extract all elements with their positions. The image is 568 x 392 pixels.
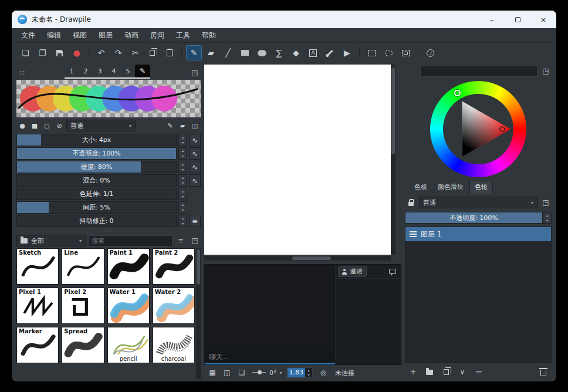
tool-freehand[interactable]: ✎	[186, 45, 202, 60]
tool-ellipse[interactable]	[254, 45, 270, 60]
pointer-sync[interactable]: ◫	[221, 367, 233, 379]
delete-layer-button[interactable]	[537, 366, 549, 378]
menu-item-view[interactable]: 视图	[67, 28, 93, 42]
tip-square[interactable]: ■	[29, 120, 40, 131]
minimize-button[interactable]: –	[479, 11, 505, 28]
menu-item-tools[interactable]: 工具	[170, 28, 196, 42]
add-group-button[interactable]	[424, 366, 435, 378]
brush-slider-opacity-spinner[interactable]: ▴▾	[178, 147, 187, 160]
new-file-button[interactable]: ❏	[18, 45, 33, 60]
preset-category-dropdown[interactable]: 全部 ▾	[16, 235, 86, 246]
color-dock-button[interactable]: ◳	[540, 65, 552, 77]
layer-row[interactable]: 图层 1	[405, 227, 551, 241]
color-tab-palette[interactable]: 色板	[410, 181, 432, 194]
tool-transform[interactable]	[398, 45, 414, 60]
canvas-hscrollbar[interactable]	[204, 256, 391, 261]
layer-blend-dropdown[interactable]: 普通 ▾	[419, 197, 537, 208]
palette-tab-4[interactable]: 4	[107, 66, 121, 77]
palette-config-button[interactable]: ∷	[16, 67, 28, 79]
brush-slider-size-track[interactable]: 大小: 4px	[16, 134, 177, 146]
menu-item-help[interactable]: 帮助	[196, 28, 222, 42]
layer-opacity-spinner[interactable]: ▴▾	[543, 212, 552, 224]
marker-mode[interactable]: ▰	[177, 120, 188, 131]
palette-tab-1[interactable]: 1	[65, 66, 79, 77]
brush-preset-pixel-2[interactable]: Pixel 2	[62, 288, 104, 324]
invite-button[interactable]: 邀请	[338, 266, 367, 277]
brush-preset-water-1[interactable]: Water 1	[107, 288, 150, 324]
chat-input[interactable]	[205, 350, 335, 364]
brush-blend-dropdown[interactable]: 普通 ▾	[66, 120, 136, 131]
preset-scrollbar[interactable]	[196, 248, 201, 379]
paste-button[interactable]	[161, 45, 177, 60]
copy-button[interactable]	[144, 45, 160, 60]
brush-preset-line[interactable]: Line	[62, 248, 104, 285]
record-session-button[interactable]: ●	[69, 45, 84, 60]
tool-laser[interactable]: ▶	[339, 45, 355, 60]
brush-preset-charcoal[interactable]: charcoal	[153, 327, 195, 363]
duplicate-layer-button[interactable]	[440, 366, 452, 378]
session-settings[interactable]: ▦	[207, 367, 218, 379]
maximize-button[interactable]	[505, 11, 530, 28]
brush-preset-water-2[interactable]: Water 2	[153, 288, 195, 324]
brush-slider-size-curve-button[interactable]: ∿	[189, 134, 201, 146]
palette-tab-3[interactable]: 3	[93, 66, 107, 77]
tip-erase[interactable]: ⊘	[53, 120, 65, 131]
palette-tab-2[interactable]: 2	[79, 66, 93, 77]
brush-slider-hardness-curve-button[interactable]: ∿	[189, 161, 201, 173]
brush-slider-hardness-spinner[interactable]: ▴▾	[178, 161, 187, 173]
dock-splitter[interactable]: ·····	[16, 228, 201, 233]
brush-slider-hardness-track[interactable]: 硬度: 80%	[16, 161, 177, 173]
layer-opacity-slider[interactable]: 不透明度: 100%	[405, 212, 543, 224]
menu-item-animation[interactable]: 动画	[119, 28, 144, 42]
cut-button[interactable]: ✂	[127, 45, 143, 60]
menu-item-file[interactable]: 文件	[15, 28, 41, 42]
merge-down-button[interactable]: ∨	[457, 366, 468, 378]
chat-detach-button[interactable]	[387, 266, 398, 278]
tool-select-rect[interactable]	[364, 45, 380, 60]
color-swatch-9[interactable]	[151, 86, 177, 111]
close-button[interactable]: ×	[530, 11, 556, 28]
palette-tab-5[interactable]: 5	[121, 66, 135, 77]
brush-preset-paint-1[interactable]: Paint 1	[107, 248, 150, 285]
menu-item-session[interactable]: 房间	[144, 28, 170, 42]
brush-slider-smudging-curve-button[interactable]: ∿	[189, 174, 201, 187]
preset-dock-button[interactable]: ◳	[189, 235, 201, 246]
zoom-spinbox[interactable]: 1.83 ▴▾	[287, 367, 313, 378]
zoom-spinner[interactable]: ▴▾	[305, 368, 312, 377]
saturation-value-triangle[interactable]	[446, 97, 510, 161]
brush-slider-stabilizer-track[interactable]: 抖动修正: 0	[16, 215, 177, 227]
color-tab-sliders[interactable]: 颜色滑块	[433, 181, 468, 194]
tool-eraser[interactable]: ▰	[203, 45, 219, 60]
tool-line[interactable]: ╱	[220, 45, 236, 60]
brush-slider-opacity-track[interactable]: 不透明度: 100%	[16, 147, 177, 160]
brush-slider-opacity-curve-button[interactable]: ∿	[189, 147, 201, 160]
drawing-canvas[interactable]	[204, 65, 391, 255]
menu-item-layer[interactable]: 图层	[93, 28, 119, 42]
redo-button[interactable]: ↷	[110, 45, 126, 60]
eraser-mode[interactable]: ◫	[189, 120, 201, 131]
zoom-reset-button[interactable]: ◎	[317, 367, 329, 379]
brush-preset-pixel-1[interactable]: Pixel 1	[16, 288, 59, 324]
brush-preset-spread[interactable]: Spread	[62, 327, 104, 363]
color-wheel[interactable]	[405, 80, 552, 178]
brush-slider-color-pickup-track[interactable]: 色延伸: 1/1	[16, 188, 177, 200]
preset-menu-button[interactable]: ≡	[175, 235, 187, 246]
pen-mode[interactable]: ✎	[164, 120, 176, 131]
layer-dock-button[interactable]: ◳	[540, 197, 552, 208]
hue-marker[interactable]	[454, 90, 461, 96]
tool-inspector[interactable]: i	[422, 45, 438, 60]
layer-properties-button[interactable]: ≔	[473, 366, 485, 378]
color-name-input[interactable]	[420, 66, 537, 77]
brush-slider-color-pickup-spinner[interactable]: ▴▾	[178, 188, 187, 200]
add-layer-button[interactable]: +	[407, 366, 419, 378]
tool-select-lasso[interactable]	[381, 45, 397, 60]
title-bar[interactable]: 未命名 - Drawpile – ×	[12, 11, 556, 28]
brush-palette-tab[interactable]: ✎	[135, 65, 150, 77]
tool-curve[interactable]: ∑	[271, 45, 287, 60]
brush-slider-spacing-spinner[interactable]: ▴▾	[178, 201, 187, 214]
tip-round[interactable]: ●	[16, 120, 28, 131]
brush-dock-button[interactable]: ◳	[189, 67, 201, 79]
palette-swatches[interactable]	[16, 80, 201, 117]
save-file-button[interactable]	[52, 45, 67, 60]
brush-preset-paint-2[interactable]: Paint 2	[153, 248, 195, 285]
